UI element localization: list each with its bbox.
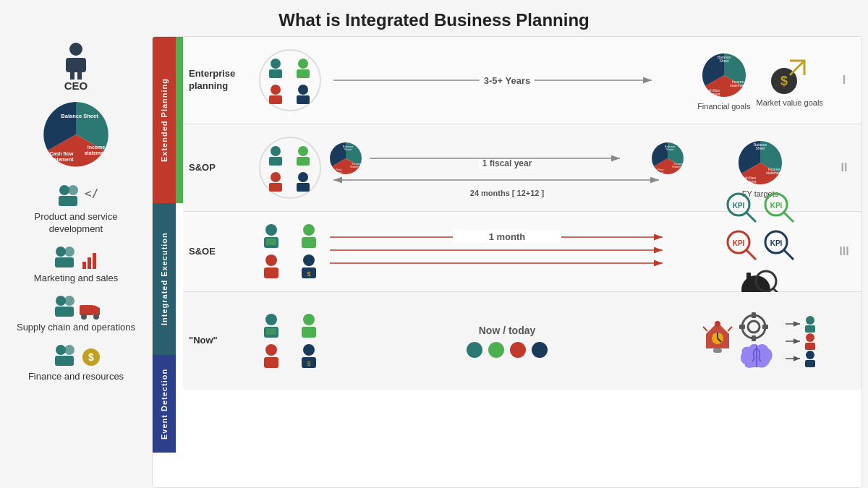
svg-rect-28 [55, 356, 74, 366]
product-icon: </> [54, 181, 98, 209]
soe-row: S&OE [183, 212, 861, 291]
svg-text:Statement: Statement [350, 165, 364, 168]
sop-middle: Balance Sheet Income Statement Cash Flow… [326, 139, 688, 197]
execution-label: Integrated Execution [153, 203, 176, 355]
now-middle: Now / today [326, 325, 688, 358]
svg-text:Statement: Statement [703, 92, 720, 96]
svg-rect-37 [269, 95, 282, 104]
svg-text:Sheet: Sheet [755, 146, 765, 150]
svg-point-122 [303, 314, 315, 325]
main-title: What is Integrated Business Planning [0, 0, 868, 36]
svg-text:Statement: Statement [328, 171, 342, 174]
marketing-icon-area [51, 243, 101, 270]
svg-point-124 [265, 344, 277, 356]
svg-rect-149 [805, 325, 815, 333]
svg-line-108 [746, 250, 756, 260]
now-person1 [260, 312, 283, 340]
svg-text:Sheet: Sheet [719, 59, 729, 63]
svg-text:statement: statement [84, 150, 109, 155]
svg-rect-123 [302, 327, 316, 338]
svg-rect-125 [264, 357, 278, 368]
svg-line-111 [784, 250, 793, 260]
sop-timespan2: 24 months [ 12+12 ] [470, 189, 544, 197]
svg-point-13 [56, 247, 66, 257]
kpi-group: KPI KPI KPI [724, 190, 796, 262]
soe-person1 [260, 223, 283, 250]
svg-point-0 [69, 43, 82, 56]
sop-left-pie: Balance Sheet Income Statement Cash Flow… [326, 139, 366, 179]
svg-text:$: $ [307, 270, 310, 278]
svg-rect-151 [805, 343, 815, 350]
svg-point-54 [298, 146, 308, 156]
soe-arrows-container: 1 month [326, 228, 688, 275]
kpi3-icon: KPI [724, 228, 759, 262]
sop-right: Balance Sheet Income statement Cash flow… [688, 137, 833, 198]
svg-text:KPI: KPI [770, 239, 783, 247]
sop-arrow-row1: Balance Sheet Income Statement Cash Flow… [326, 139, 688, 179]
marketing-icon [51, 243, 101, 270]
gear-brain-group [739, 312, 774, 370]
svg-point-25 [93, 314, 99, 320]
svg-text:statement: statement [766, 171, 783, 175]
sop-title: S&OP [189, 162, 254, 174]
svg-point-34 [298, 59, 308, 69]
svg-point-130 [715, 321, 720, 327]
soe-person2 [297, 223, 320, 250]
market-value-icon: $ [768, 53, 812, 97]
green-bar-extended [176, 37, 183, 203]
svg-rect-1 [66, 58, 86, 72]
marketing-label: Marketing and sales [34, 273, 118, 285]
svg-text:Statement: Statement [650, 171, 664, 174]
now-person3 [260, 343, 283, 370]
finance-icon-area: $ [51, 341, 101, 369]
svg-rect-15 [55, 257, 74, 267]
svg-text:Statement: Statement [740, 179, 757, 184]
svg-text:1 month: 1 month [489, 231, 526, 242]
now-person4: $ [297, 343, 320, 370]
svg-text:Income: Income [88, 145, 106, 150]
dot-green [488, 342, 504, 358]
sidebar-item-finance: $ Finance and resources [11, 341, 141, 383]
dot-red [510, 342, 526, 358]
green-bar-empty [176, 203, 183, 487]
gear-icon [739, 312, 768, 341]
soe-icons: $ [254, 223, 326, 281]
sop-people-circle [258, 135, 323, 200]
finance-icon: $ [51, 341, 101, 369]
svg-rect-140 [752, 335, 756, 341]
supply-icon-area [51, 292, 101, 320]
svg-line-132 [703, 327, 707, 331]
svg-point-152 [806, 351, 814, 359]
dot-blue [532, 342, 548, 358]
svg-text:KPI: KPI [770, 202, 783, 210]
svg-point-138 [748, 321, 760, 333]
soe-roman: III [833, 245, 856, 258]
sidebar-item-marketing: Marketing and sales [11, 243, 141, 285]
svg-rect-53 [269, 157, 282, 166]
svg-rect-141 [739, 325, 745, 329]
svg-point-26 [56, 345, 66, 355]
event-label: Event Detection [153, 355, 176, 453]
svg-rect-85 [266, 239, 276, 245]
now-dots [467, 342, 548, 358]
svg-line-50 [790, 61, 804, 75]
financial-goals-pie: Balance Sheet Income statement Cash flow… [699, 50, 749, 100]
svg-line-105 [784, 213, 793, 222]
svg-text:$: $ [88, 351, 94, 363]
sop-arrow1 [366, 150, 648, 166]
svg-point-90 [303, 254, 315, 266]
product-label: Product and service development [11, 211, 141, 236]
svg-rect-18 [93, 253, 96, 269]
vertical-labels: Extended Planning Integrated Execution E… [153, 37, 176, 487]
product-icon-area: </> [54, 181, 98, 209]
svg-rect-131 [713, 348, 722, 353]
svg-rect-55 [297, 157, 310, 166]
svg-point-24 [81, 314, 87, 320]
supply-label: Supply chain and operations [17, 322, 135, 334]
ceo-pie-chart: Balance Sheet Income statement Cash flow… [36, 95, 116, 174]
green-bar-column [176, 37, 183, 487]
svg-point-126 [303, 344, 315, 356]
now-icons: $ [254, 312, 326, 370]
fy-targets-pie: Balance Sheet Income statement Cash flow… [735, 137, 786, 188]
svg-text:Statement: Statement [672, 165, 686, 168]
